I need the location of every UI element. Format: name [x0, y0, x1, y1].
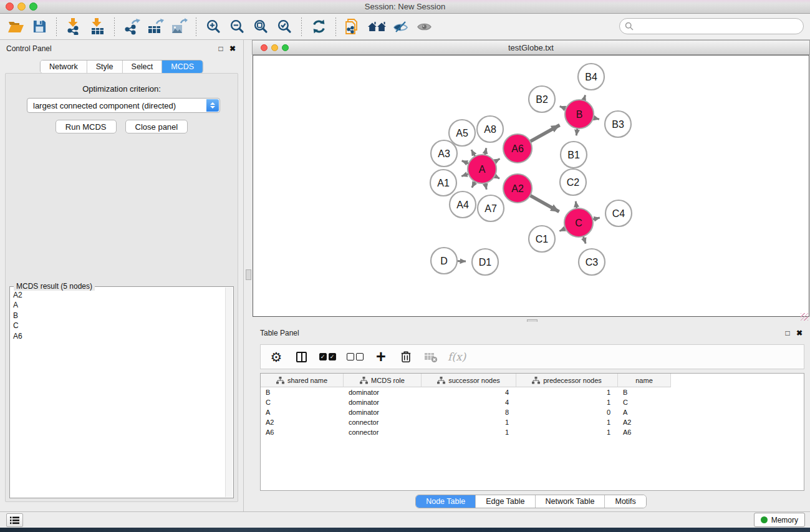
table-close-button[interactable]: ✖ — [794, 328, 804, 338]
table-cell[interactable]: 1 — [516, 389, 618, 396]
delete-row-button[interactable] — [398, 347, 414, 366]
table-float-button[interactable]: □ — [783, 328, 793, 338]
table-cell[interactable]: 1 — [422, 418, 516, 426]
export-table-button[interactable] — [143, 16, 167, 38]
graph-node-C4[interactable]: C4 — [605, 200, 632, 226]
table-cell[interactable]: 1 — [516, 399, 618, 406]
result-item[interactable]: A2 — [11, 290, 225, 300]
run-mcds-button[interactable]: Run MCDS — [55, 120, 117, 133]
graph-node-A4[interactable]: A4 — [450, 191, 476, 218]
zoom-fit-button[interactable] — [249, 16, 272, 38]
close-panel-button[interactable]: ✖ — [228, 44, 238, 54]
deselect-all-columns-button[interactable] — [345, 347, 364, 366]
graph-node-C1[interactable]: C1 — [529, 226, 555, 252]
column-header-predecessor-nodes[interactable]: predecessor nodes — [516, 374, 618, 387]
column-header-name[interactable]: name — [618, 374, 671, 387]
result-item[interactable]: C — [11, 321, 225, 331]
zoom-out-button[interactable] — [225, 16, 249, 38]
graph-node-B4[interactable]: B4 — [578, 64, 604, 90]
tab-motifs[interactable]: Motifs — [605, 495, 645, 508]
column-header-successor-nodes[interactable]: successor nodes — [422, 374, 516, 387]
delete-table-button[interactable] — [423, 347, 439, 366]
import-network-button[interactable] — [62, 16, 85, 38]
table-cell[interactable]: A2 — [261, 418, 344, 426]
tab-edge-table[interactable]: Edge Table — [476, 495, 535, 508]
table-cell[interactable]: connector — [344, 428, 422, 436]
tab-network-table[interactable]: Network Table — [536, 495, 605, 508]
graph-node-A1[interactable]: A1 — [430, 170, 456, 196]
result-scrollbar[interactable] — [225, 288, 233, 497]
table-cell[interactable]: 0 — [516, 409, 618, 416]
window-resize-grip[interactable] — [801, 313, 808, 321]
table-cell[interactable]: dominator — [344, 389, 422, 396]
table-cell[interactable]: dominator — [344, 409, 422, 416]
table-cell[interactable]: connector — [344, 418, 422, 426]
zoom-selected-button[interactable] — [272, 16, 296, 38]
table-cell[interactable]: A — [261, 409, 344, 416]
table-cell[interactable]: 1 — [516, 428, 618, 436]
graph-node-B[interactable]: B — [565, 100, 594, 128]
table-row[interactable]: Adominator80A — [261, 407, 804, 417]
network-window-titlebar[interactable]: testGlobe.txt — [252, 40, 810, 55]
clone-network-button[interactable] — [341, 16, 365, 38]
float-panel-button[interactable]: □ — [216, 44, 226, 54]
table-cell[interactable]: A2 — [618, 418, 671, 426]
add-row-button[interactable]: + — [373, 347, 389, 366]
close-panel-button2[interactable]: Close panel — [125, 120, 188, 133]
graph-node-A2[interactable]: A2 — [503, 174, 532, 203]
column-header-MCDS-role[interactable]: MCDS role — [344, 374, 422, 387]
result-item[interactable]: B — [11, 311, 225, 321]
open-session-button[interactable] — [4, 16, 27, 38]
table-cell[interactable]: C — [261, 399, 344, 406]
graph-node-A3[interactable]: A3 — [431, 140, 457, 167]
tab-mcds[interactable]: MCDS — [162, 60, 203, 73]
task-history-button[interactable] — [6, 513, 23, 527]
table-row[interactable]: A6connector11A6 — [261, 427, 804, 437]
table-cell[interactable]: 4 — [422, 389, 516, 396]
table-cell[interactable]: 4 — [422, 399, 516, 406]
graph-node-C2[interactable]: C2 — [560, 169, 586, 195]
table-cell[interactable]: B — [261, 389, 344, 396]
result-item[interactable]: A6 — [11, 331, 225, 341]
table-cell[interactable]: C — [618, 399, 671, 406]
vertical-split-handle[interactable] — [246, 269, 251, 280]
graph-node-B1[interactable]: B1 — [561, 142, 587, 168]
table-row[interactable]: Cdominator41C — [261, 397, 804, 407]
graph-node-C[interactable]: C — [564, 208, 593, 237]
tab-node-table[interactable]: Node Table — [416, 495, 476, 508]
function-builder-button[interactable]: f(x) — [448, 347, 466, 366]
import-table-button[interactable] — [85, 16, 109, 38]
table-cell[interactable]: 1 — [516, 418, 618, 426]
save-session-button[interactable] — [27, 16, 51, 38]
table-row[interactable]: Bdominator41B — [261, 387, 804, 397]
table-cell[interactable]: 8 — [422, 409, 516, 416]
network-graph[interactable]: B4B2B3A8A5A3B1C2A1A4A7C4C1C3DD1BA6AA2C — [253, 56, 809, 316]
graph-edge-A6-B[interactable] — [529, 125, 559, 142]
show-columns-button[interactable] — [293, 347, 309, 366]
graph-node-A8[interactable]: A8 — [477, 116, 503, 142]
graph-node-A6[interactable]: A6 — [503, 134, 532, 163]
tab-network[interactable]: Network — [41, 60, 87, 73]
column-header-shared-name[interactable]: shared name — [261, 374, 344, 387]
tab-select[interactable]: Select — [123, 60, 163, 73]
tab-style[interactable]: Style — [87, 60, 123, 73]
select-all-columns-button[interactable]: ✓ ✓ — [318, 347, 337, 366]
network-canvas[interactable]: B4B2B3A8A5A3B1C2A1A4A7C4C1C3DD1BA6AA2C — [253, 55, 809, 317]
table-cell[interactable]: A6 — [261, 428, 344, 436]
table-row[interactable]: A2connector11A2 — [261, 417, 804, 427]
graph-node-A7[interactable]: A7 — [478, 195, 504, 221]
table-cell[interactable]: A — [618, 409, 671, 416]
search-input[interactable] — [634, 22, 803, 31]
refresh-button[interactable] — [307, 16, 330, 38]
graph-node-C3[interactable]: C3 — [579, 249, 605, 275]
table-options-button[interactable]: ⚙ — [268, 347, 284, 366]
export-network-button[interactable] — [120, 16, 143, 38]
show-graphics-button[interactable] — [412, 16, 436, 38]
graph-node-A5[interactable]: A5 — [449, 120, 475, 146]
table-cell[interactable]: B — [618, 389, 671, 396]
table-cell[interactable]: 1 — [422, 428, 516, 436]
optimization-criterion-select[interactable]: largest connected component (directed) — [27, 98, 220, 113]
result-item[interactable]: A — [11, 300, 225, 310]
graph-node-D1[interactable]: D1 — [472, 249, 498, 275]
memory-button[interactable]: Memory — [754, 513, 805, 527]
